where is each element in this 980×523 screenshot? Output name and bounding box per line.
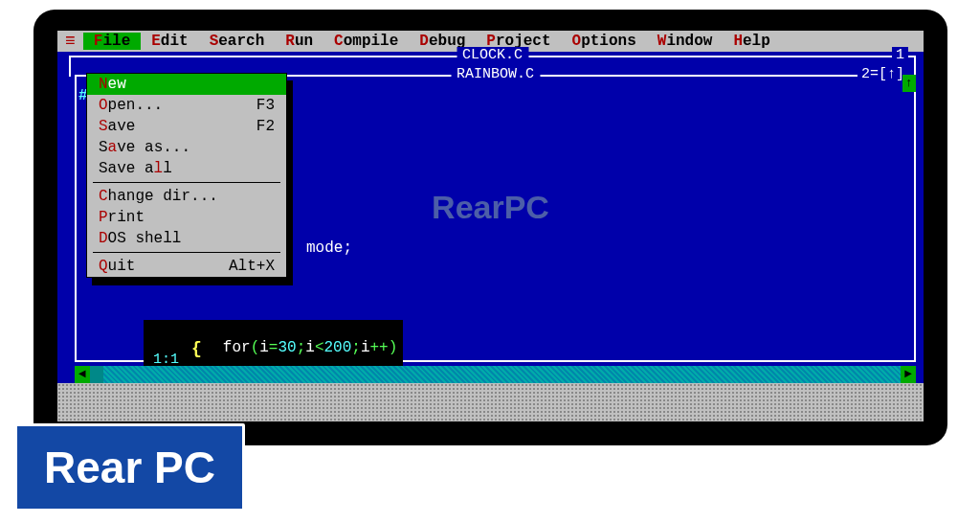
window-title: CLOCK.C	[457, 47, 528, 63]
window-number: 2=[↑]	[858, 66, 908, 82]
screen: ≡ File Edit Search Run Compile Debug Pro…	[57, 31, 924, 421]
file-save[interactable]: Save F2	[87, 116, 286, 137]
window-title: RAINBOW.C	[451, 66, 540, 82]
file-save-all[interactable]: Save all	[87, 158, 286, 179]
scroll-up-icon[interactable]: ↑	[902, 75, 916, 92]
file-dropdown: New Open... F3 Save F2 Save as... Save a…	[86, 73, 287, 278]
editor-area: CLOCK.C 1 RAINBOW.C 2=[↑] ↑ # # # # v { …	[57, 52, 924, 421]
file-print[interactable]: Print	[87, 207, 286, 228]
menu-separator	[93, 182, 280, 183]
file-save-as[interactable]: Save as...	[87, 137, 286, 158]
menu-edit[interactable]: Edit	[141, 33, 198, 50]
system-menu-icon[interactable]: ≡	[57, 33, 83, 50]
file-change-dir[interactable]: Change dir...	[87, 186, 286, 207]
menu-separator	[93, 252, 280, 253]
menu-file[interactable]: File	[83, 33, 141, 50]
tablet-frame: ≡ File Edit Search Run Compile Debug Pro…	[33, 10, 947, 445]
file-open[interactable]: Open... F3	[87, 95, 286, 116]
window-number: 1	[892, 47, 908, 63]
scroll-right-icon[interactable]: ►	[901, 366, 916, 383]
menu-help[interactable]: Help	[723, 33, 780, 50]
menu-run[interactable]: Run	[275, 33, 323, 50]
file-dos-shell[interactable]: DOS shell	[87, 228, 286, 249]
scroll-left-icon[interactable]: ◄	[75, 366, 90, 383]
scroll-thumb[interactable]	[90, 366, 103, 383]
rear-pc-badge: Rear PC	[14, 423, 245, 512]
menu-search[interactable]: Search	[199, 33, 276, 50]
desktop-pattern	[57, 383, 924, 421]
menu-window[interactable]: Window	[647, 33, 724, 50]
file-quit[interactable]: Quit Alt+X	[87, 256, 286, 277]
menu-options[interactable]: Options	[562, 33, 647, 50]
horizontal-scrollbar[interactable]: ◄ ►	[75, 366, 916, 383]
code-brace: {	[191, 339, 202, 358]
file-new[interactable]: New	[87, 74, 286, 95]
menu-compile[interactable]: Compile	[323, 33, 409, 50]
scroll-track[interactable]	[103, 366, 901, 383]
